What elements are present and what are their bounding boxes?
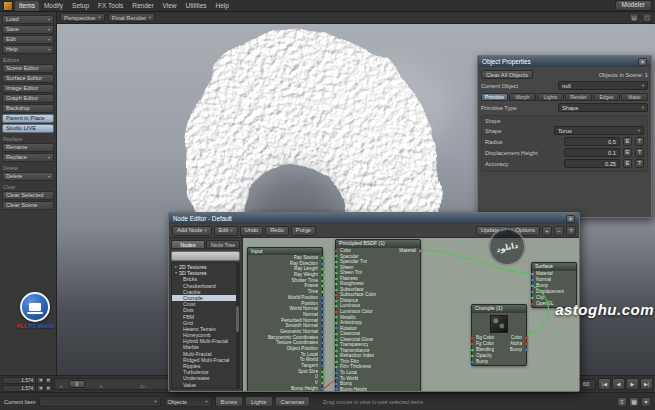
input-port[interactable] [471,355,474,358]
output-port[interactable] [419,249,422,252]
transport-button[interactable]: ◀ [612,378,625,390]
texture-button[interactable]: T [635,137,644,146]
input-port[interactable] [335,377,338,380]
envelope-button[interactable]: E [623,137,632,146]
sidebar-item-scene-editor[interactable]: Scene Editor [2,64,54,73]
input-port[interactable] [335,388,338,391]
input-port[interactable] [471,343,474,346]
window-titlebar[interactable]: Object Properties × [478,56,651,67]
item-type-button-bones[interactable]: Bones [215,396,243,407]
output-port[interactable] [321,325,324,328]
input-port[interactable] [335,305,338,308]
input-port[interactable] [335,338,338,341]
input-port[interactable] [335,382,338,385]
displacement-height-field[interactable]: 0.1 [564,148,620,157]
nodeeditor-button-undo[interactable]: Undo [240,226,264,236]
step-left-icon[interactable]: ◀ [37,377,44,384]
menu-tab-utilities[interactable]: Utilities [182,1,211,11]
sidebar-item-save[interactable]: Save▾ [2,25,54,34]
input-port[interactable] [335,332,338,335]
sidebar-item-delete[interactable]: Delete▾ [2,172,54,181]
step-right-icon[interactable]: ▶ [45,385,52,392]
input-port[interactable] [335,266,338,269]
sidebar-item-replace[interactable]: Replace▾ [2,153,54,162]
item-type-dropdown[interactable]: Objects ▾ [164,396,212,407]
accuracy-field[interactable]: 0.25 [564,159,620,168]
nodeeditor-icon-button[interactable]: ? [566,226,576,236]
objprops-tab-primitive[interactable]: Primitive [481,93,508,101]
primitive-type-dropdown[interactable]: Shape ▾ [558,103,648,112]
scrollbar[interactable] [236,263,239,388]
output-port[interactable] [321,302,324,305]
output-port[interactable] [321,262,324,265]
input-port[interactable] [335,371,338,374]
menu-tab-help[interactable]: Help [212,1,233,11]
input-port[interactable] [531,291,534,294]
output-port[interactable] [321,347,324,350]
input-port[interactable] [531,273,534,276]
output-port[interactable] [321,268,324,271]
objprops-tab-lights[interactable]: Lights [537,93,564,101]
menu-tab-setup[interactable]: Setup [68,1,93,11]
item-type-button-cameras[interactable]: Cameras [275,396,311,407]
input-port[interactable] [335,327,338,330]
sidebar-item-image-editor[interactable]: Image Editor [2,84,54,93]
objprops-tab-edges[interactable]: Edges [593,93,620,101]
transport-button[interactable]: |◀ [598,378,611,390]
sidebar-item-clear-selected[interactable]: Clear Selected [2,191,54,200]
sidebar-item-studio-live[interactable]: Studio LIVE [2,124,54,133]
bottom-icon-button[interactable]: ≡ [617,397,627,407]
input-port[interactable] [471,349,474,352]
frame-slider-handle[interactable]: 0 [69,380,85,388]
output-port[interactable] [321,364,324,367]
close-icon[interactable]: × [566,215,575,223]
sidebar-item-edit[interactable]: Edit▾ [2,35,54,44]
sidebar-item-rename[interactable]: Rename [2,143,54,152]
input-port[interactable] [335,310,338,313]
node-principled-bsdf-1[interactable]: Principled BSDF (1)ColorMaterialSpecular… [335,239,421,391]
input-port[interactable] [335,255,338,258]
output-port[interactable] [321,308,324,311]
input-port[interactable] [335,283,338,286]
node-crumple-1[interactable]: Crumple (1)Bg ColorColorFg ColorAlphaBle… [471,304,527,366]
objprops-tab-matte[interactable]: Matte [621,93,648,101]
output-port[interactable] [321,387,324,390]
sidebar-item-backdrop[interactable]: Backdrop [2,104,54,113]
input-port[interactable] [335,260,338,263]
output-port[interactable] [525,343,528,346]
object-properties-window[interactable]: Object Properties × Clear All Objects Ob… [477,55,652,218]
menu-tab-view[interactable]: View [159,1,181,11]
bottom-icon-button[interactable]: ▦ [629,397,639,407]
view-mode-dropdown[interactable]: Perspective ▾ [60,13,105,22]
input-port[interactable] [335,271,338,274]
sidebar-item-clear-scene[interactable]: Clear Scene [2,201,54,210]
input-port[interactable] [471,361,474,364]
nodeeditor-icon-button[interactable]: + [542,226,552,236]
clear-all-objects-button[interactable]: Clear All Objects [481,70,533,79]
menu-tab-modify[interactable]: Modify [40,1,67,11]
nodeeditor-button-edit[interactable]: Edit▾ [214,226,238,236]
output-port[interactable] [321,359,324,362]
output-port[interactable] [321,319,324,322]
sidebar-item-surface-editor[interactable]: Surface Editor [2,74,54,83]
sidebar-item-load[interactable]: Load▾ [2,15,54,24]
output-port[interactable] [321,256,324,259]
radius-field[interactable]: 0.5 [564,137,620,146]
transport-button[interactable]: ▶| [640,378,653,390]
node-input[interactable]: InputRay SourceRay DirectionRay LengthRa… [247,247,323,391]
input-port[interactable] [335,316,338,319]
output-port[interactable] [321,353,324,356]
menu-tab-render[interactable]: Render [128,1,157,11]
objprops-tab-morph[interactable]: Morph [509,93,536,101]
shape-type-dropdown[interactable]: Torus▾ [554,126,644,135]
output-port[interactable] [321,370,324,373]
nodeeditor-button-add-node[interactable]: Add Node▾ [172,226,212,236]
node-graph-canvas[interactable]: InputRay SourceRay DirectionRay LengthRa… [243,238,579,391]
scrollbar-thumb[interactable] [236,306,239,332]
envelope-button[interactable]: E [623,148,632,157]
input-port[interactable] [335,355,338,358]
input-port[interactable] [531,279,534,282]
input-port[interactable] [335,249,338,252]
current-object-dropdown[interactable]: null ▾ [558,81,648,90]
output-port[interactable] [321,290,324,293]
